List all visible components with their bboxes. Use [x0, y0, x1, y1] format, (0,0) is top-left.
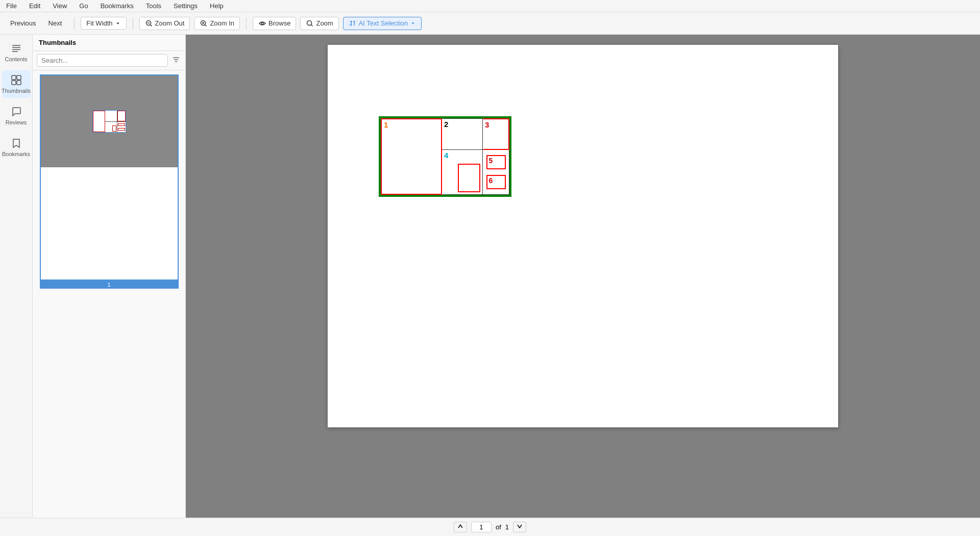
zoom-out-icon — [145, 19, 153, 28]
fit-width-label: Fit Width — [86, 19, 112, 27]
text-selection-button[interactable]: AI AI Text Selection — [343, 17, 422, 30]
prev-label: Previous — [10, 19, 36, 27]
pdf-viewer[interactable]: 1 2 3 4 — [186, 35, 980, 518]
zoom-button[interactable]: Zoom — [300, 17, 338, 30]
diagram-cell-3: 3 — [483, 118, 509, 150]
mini-cell-4 — [105, 122, 117, 133]
mini-cell-2 — [105, 111, 117, 121]
cell-2-label: 2 — [444, 120, 448, 129]
separator-2 — [133, 17, 133, 30]
sidebar-icons: Contents Thumbnails Reviews Bookmarks — [0, 35, 33, 518]
svg-rect-17 — [12, 81, 16, 85]
menu-file[interactable]: File — [4, 1, 19, 11]
filter-icon — [172, 56, 180, 64]
browse-icon — [258, 19, 266, 28]
diagram-cell-4: 4 — [442, 150, 483, 195]
svg-rect-15 — [12, 75, 16, 80]
sidebar-item-reviews[interactable]: Reviews — [2, 102, 31, 130]
thumbnails-list: 1 — [33, 70, 185, 518]
diagram-cell-1: 1 — [381, 118, 442, 195]
next-button[interactable]: Next — [44, 17, 68, 29]
next-label: Next — [48, 19, 62, 27]
contents-icon — [11, 43, 22, 54]
thumbnail-frame-1 — [40, 74, 179, 280]
mini-cell-56 — [117, 122, 126, 133]
cell-4-label: 4 — [444, 151, 448, 160]
prev-button[interactable]: Previous — [4, 17, 40, 29]
thumbnail-mini-diagram — [92, 110, 126, 133]
page-next-button[interactable] — [513, 522, 526, 532]
menu-tools[interactable]: Tools — [144, 1, 163, 11]
diagram-grid: 1 2 3 4 — [380, 117, 510, 196]
mini-cell-1 — [93, 111, 105, 132]
thumbnails-search-bar — [33, 51, 185, 70]
zoom-in-icon — [200, 19, 208, 28]
main-content: Contents Thumbnails Reviews Bookmarks — [0, 35, 980, 518]
page-prev-button[interactable] — [454, 522, 467, 532]
mini-cell-3 — [117, 111, 126, 121]
cell-4-inner-box — [458, 164, 480, 192]
reviews-icon — [11, 106, 22, 117]
menu-settings[interactable]: Settings — [172, 1, 200, 11]
mini-right-cells — [105, 111, 126, 132]
thumbnails-icon — [11, 74, 22, 86]
menu-view[interactable]: View — [51, 1, 69, 11]
sidebar-item-thumbnails[interactable]: Thumbnails — [2, 70, 31, 98]
menu-bar: File Edit View Go Bookmarks Tools Settin… — [0, 0, 980, 12]
thumbnails-label: Thumbnails — [2, 88, 31, 94]
thumbnails-title: Thumbnails — [39, 39, 76, 46]
menu-go[interactable]: Go — [77, 1, 90, 11]
filter-button[interactable] — [171, 55, 181, 66]
diagram-cell-6: 6 — [486, 175, 506, 189]
svg-rect-18 — [17, 81, 21, 85]
pdf-page: 1 2 3 4 — [328, 45, 838, 427]
zoom-label: Zoom — [316, 19, 333, 27]
mini-bottom-right — [105, 122, 126, 133]
menu-edit[interactable]: Edit — [27, 1, 42, 11]
toolbar: Previous Next Fit Width Zoom Out Zoom In — [0, 12, 980, 35]
cell-1-label: 1 — [384, 120, 388, 129]
diagram-cell-5: 5 — [486, 155, 506, 169]
zoom-icon — [306, 19, 314, 28]
diagram-container: 1 2 3 4 — [379, 116, 511, 197]
menu-bookmarks[interactable]: Bookmarks — [99, 1, 136, 11]
browse-button[interactable]: Browse — [253, 17, 296, 30]
page-separator: of — [496, 523, 501, 531]
thumbnail-top-area — [41, 75, 178, 167]
bottom-bar: of 1 — [0, 518, 980, 536]
zoom-out-label: Zoom Out — [155, 19, 185, 27]
bookmarks-label: Bookmarks — [2, 151, 30, 157]
cell-5-label: 5 — [489, 157, 493, 165]
sidebar-item-contents[interactable]: Contents — [2, 39, 31, 66]
svg-rect-16 — [17, 75, 21, 80]
thumbnails-header: Thumbnails — [33, 35, 185, 51]
mini-cell-4-inner — [112, 125, 116, 132]
fit-width-button[interactable]: Fit Width — [81, 17, 126, 30]
page-number-input[interactable] — [471, 522, 492, 532]
page-up-icon — [457, 523, 463, 529]
zoom-out-button[interactable]: Zoom Out — [139, 17, 190, 30]
search-input[interactable] — [37, 54, 168, 67]
dropdown-icon — [115, 20, 121, 27]
mini-cell-6 — [118, 128, 125, 131]
sidebar-item-bookmarks[interactable]: Bookmarks — [2, 134, 31, 161]
separator-1 — [74, 17, 75, 30]
text-selection-dropdown-icon — [410, 20, 416, 27]
cell-3-label: 3 — [485, 120, 489, 129]
cell-6-label: 6 — [489, 176, 493, 185]
contents-label: Contents — [5, 56, 27, 62]
text-selection-label: AI Text Selection — [359, 19, 408, 27]
svg-line-6 — [205, 24, 207, 26]
bookmarks-icon — [11, 138, 22, 149]
menu-help[interactable]: Help — [208, 1, 226, 11]
svg-text:AI: AI — [349, 23, 352, 27]
page-total: 1 — [505, 523, 509, 531]
text-selection-icon: AI — [349, 19, 357, 28]
mini-cell-5 — [118, 123, 125, 126]
thumbnails-panel: Thumbnails — [33, 35, 186, 518]
zoom-in-button[interactable]: Zoom In — [194, 17, 240, 30]
svg-line-2 — [150, 24, 152, 26]
separator-3 — [246, 17, 247, 30]
diagram-cell-56: 5 6 — [483, 150, 509, 195]
thumbnail-page-1[interactable]: 1 — [37, 74, 181, 289]
